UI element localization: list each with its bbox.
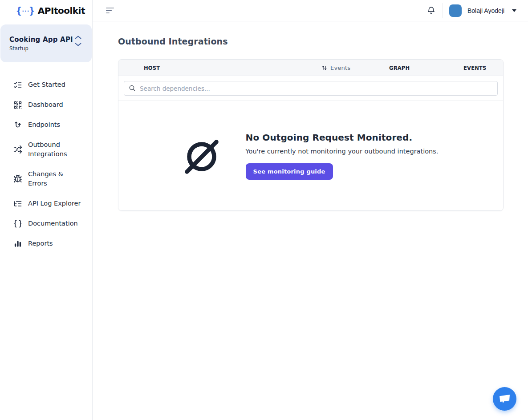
search-row <box>118 76 503 101</box>
integrations-table-card: HOST Events GRAPH EVENTS <box>118 59 504 211</box>
project-selector-chevrons <box>75 36 81 46</box>
topbar-divider <box>443 3 443 18</box>
chat-widget-button[interactable] <box>493 387 516 411</box>
filter-lines-icon[interactable] <box>106 7 116 15</box>
sidebar: {···} APItoolkit Cooking App API Startup… <box>0 0 93 420</box>
brand-logo[interactable]: {···} APItoolkit <box>0 0 92 21</box>
search-wrap <box>124 81 498 96</box>
chevron-up-icon <box>75 36 81 39</box>
empty-state-text: No Outgoing Request Monitored. You're cu… <box>246 132 439 180</box>
sidebar-nav: Get Started Dashboard Endpoints Outbound… <box>0 62 92 248</box>
u-turn-arrows-icon <box>13 121 22 129</box>
project-name: Cooking App API <box>9 36 85 44</box>
sidebar-item-label: Dashboard <box>28 100 63 109</box>
see-monitoring-guide-button[interactable]: See monitoring guide <box>246 163 333 180</box>
app-root: {···} APItoolkit Cooking App API Startup… <box>0 0 528 420</box>
sidebar-item-endpoints[interactable]: Endpoints <box>13 120 86 129</box>
bug-icon <box>13 174 22 183</box>
sidebar-item-label: Get Started <box>28 80 65 89</box>
main-column: Bolaji Ayodeji Outbound Integrations HOS… <box>93 0 528 420</box>
qr-grid-icon <box>13 101 22 109</box>
list-tree-icon <box>13 199 22 208</box>
sort-arrows-icon <box>321 65 328 71</box>
slashed-circle-icon <box>183 137 220 175</box>
sidebar-item-label: Endpoints <box>28 120 60 129</box>
sidebar-item-label: Outbound Integrations <box>28 140 82 159</box>
page-title: Outbound Integrations <box>118 36 528 46</box>
caret-down-icon <box>512 9 516 12</box>
bell-icon <box>426 6 436 15</box>
sidebar-item-changes-errors[interactable]: Changes & Errors <box>13 170 86 188</box>
sidebar-item-label: Documentation <box>28 219 78 228</box>
sidebar-item-get-started[interactable]: Get Started <box>13 80 86 89</box>
topbar: Bolaji Ayodeji <box>93 0 528 21</box>
empty-state-title: No Outgoing Request Monitored. <box>246 132 439 143</box>
checklist-icon <box>13 81 22 89</box>
main-content: Outbound Integrations HOST Events GRAPH … <box>93 21 528 211</box>
notifications-button[interactable] <box>426 6 436 16</box>
table-header-row: HOST Events GRAPH EVENTS <box>118 60 503 76</box>
empty-state: No Outgoing Request Monitored. You're cu… <box>118 101 503 210</box>
chat-bubble-icon <box>499 394 511 404</box>
user-menu[interactable]: Bolaji Ayodeji <box>449 4 516 17</box>
project-selector[interactable]: Cooking App API Startup <box>0 24 92 62</box>
sidebar-item-dashboard[interactable]: Dashboard <box>13 100 86 109</box>
column-header-graph: GRAPH <box>389 60 410 76</box>
search-icon <box>129 85 136 92</box>
sidebar-item-reports[interactable]: Reports <box>13 239 86 248</box>
search-input[interactable] <box>124 81 498 96</box>
empty-state-description: You're currently not monitoring your out… <box>246 148 439 155</box>
avatar <box>449 4 462 17</box>
sidebar-item-label: Changes & Errors <box>28 170 82 188</box>
sidebar-item-api-log-explorer[interactable]: API Log Explorer <box>13 199 86 208</box>
split-arrows-icon <box>13 145 22 154</box>
column-header-events-label: Events <box>330 65 350 71</box>
sidebar-item-documentation[interactable]: Documentation <box>13 219 86 228</box>
sidebar-item-outbound-integrations[interactable]: Outbound Integrations <box>13 140 86 159</box>
column-header-events: EVENTS <box>463 60 487 76</box>
sidebar-item-label: API Log Explorer <box>28 199 81 208</box>
curly-braces-dots-icon: {···} <box>16 5 34 16</box>
bar-chart-icon <box>13 239 22 248</box>
column-header-events-sortable[interactable]: Events <box>321 60 350 76</box>
project-plan: Startup <box>9 45 85 52</box>
topbar-right: Bolaji Ayodeji <box>426 3 516 18</box>
user-name: Bolaji Ayodeji <box>467 7 504 14</box>
chevron-down-icon <box>75 43 81 46</box>
sidebar-item-label: Reports <box>28 239 53 248</box>
braces-icon <box>13 219 22 228</box>
brand-logo-text: APItoolkit <box>38 5 85 16</box>
column-header-host: HOST <box>144 60 160 76</box>
